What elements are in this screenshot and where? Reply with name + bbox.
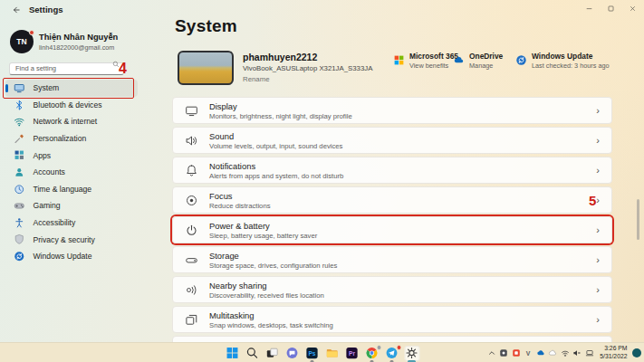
settings-row-focus[interactable]: FocusReduce distractions› <box>172 186 612 214</box>
personalization-icon <box>14 133 25 145</box>
row-subtitle: Volume levels, output, input, sound devi… <box>209 142 342 150</box>
display-icon <box>185 104 198 118</box>
power-icon <box>185 224 198 237</box>
settings-row-storage[interactable]: StorageStorage space, drives, configurat… <box>172 246 612 273</box>
page-title: System <box>175 16 237 36</box>
settings-row-notifications[interactable]: NotificationsAlerts from apps and system… <box>172 157 612 184</box>
sidebar-item-windows-update[interactable]: Windows Update <box>5 248 138 265</box>
start-icon <box>226 347 239 359</box>
sidebar-item-time-language[interactable]: Time & language <box>5 181 138 198</box>
card-subtitle: Last checked: 3 hours ago <box>532 62 610 70</box>
row-subtitle: Alerts from apps and system, do not dist… <box>209 172 343 180</box>
ps-icon: Ps <box>306 347 319 359</box>
taskbar-explorer-button[interactable] <box>324 346 340 361</box>
taskbar-ps-button[interactable]: Ps <box>304 346 320 361</box>
sound-icon <box>185 134 198 148</box>
chat-icon <box>286 347 299 359</box>
sidebar-item-gaming[interactable]: Gaming <box>5 197 138 214</box>
tray-v-icon[interactable]: V <box>524 348 533 357</box>
tray-dark-icon[interactable] <box>499 348 508 357</box>
tray-laptop-icon[interactable] <box>585 348 594 357</box>
annotation-number-4: 4 <box>119 61 127 77</box>
sidebar-item-privacy-security[interactable]: Privacy & security <box>5 231 138 248</box>
annotation-number-5: 5 <box>589 193 596 208</box>
avatar[interactable]: TN <box>10 30 34 53</box>
chevron-right-icon: › <box>596 255 600 265</box>
row-title: Display <box>209 101 352 111</box>
row-title: Notifications <box>209 161 343 171</box>
sidebar-item-bluetooth-devices[interactable]: Bluetooth & devices <box>5 97 138 114</box>
tray-orange-icon[interactable] <box>512 348 521 357</box>
row-title: Focus <box>209 191 271 201</box>
sidebar-item-accessibility[interactable]: Accessibility <box>5 214 138 232</box>
taskbar-tb-search-button[interactable] <box>245 346 260 361</box>
sidebar-item-network-internet[interactable]: Network & internet <box>5 113 138 130</box>
sidebar-item-label: Privacy & security <box>34 235 95 244</box>
taskbar-clock[interactable]: 3:26 PM 5/31/2022 <box>600 345 627 361</box>
card-title: Windows Update <box>532 52 592 61</box>
taskbar-start-button[interactable] <box>225 346 240 361</box>
taskbar-pr-button[interactable]: Pr <box>344 346 360 361</box>
chevron-right-icon: › <box>596 166 600 176</box>
card-subtitle[interactable]: View benefits <box>409 62 448 70</box>
svg-text:Pr: Pr <box>349 350 355 357</box>
row-subtitle: Storage space, drives, configuration rul… <box>209 262 337 270</box>
sidebar-item-label: Gaming <box>34 201 61 210</box>
sidebar-item-apps[interactable]: Apps <box>5 147 138 164</box>
row-subtitle: Sleep, battery usage, battery saver <box>209 232 317 240</box>
chevron-right-icon: › <box>596 285 600 295</box>
tray-cloud-icon[interactable] <box>548 348 557 357</box>
profile-name: Thiện Nhân Nguyễn <box>39 33 118 42</box>
settings-row-power-battery[interactable]: Power & batterySleep, battery usage, bat… <box>172 216 612 243</box>
pr-icon: Pr <box>346 347 359 359</box>
tray-wifi-icon[interactable] <box>561 348 570 357</box>
settings-row-display[interactable]: DisplayMonitors, brightness, night light… <box>172 97 612 124</box>
taskbar-chat-button[interactable] <box>284 346 300 361</box>
sidebar-item-label: Accounts <box>34 167 65 176</box>
settings-window: Settings TN Thiện Nhân Nguyễn linh418220… <box>0 0 644 362</box>
card-subtitle[interactable]: Manage <box>469 62 493 70</box>
taskbar-gear-button[interactable] <box>404 346 419 361</box>
taskbar-telegram-button[interactable] <box>384 346 399 361</box>
tray-up-icon[interactable] <box>487 348 496 357</box>
settings-row-sound[interactable]: SoundVolume levels, output, input, sound… <box>172 127 612 154</box>
notification-badge[interactable] <box>632 348 641 357</box>
microsoft-365-icon <box>393 54 405 66</box>
search-input[interactable] <box>9 62 124 75</box>
taskbar: PsPr V 3:26 PM 5/31/2022 <box>0 342 644 362</box>
nearby-icon <box>185 283 198 297</box>
sidebar-item-accounts[interactable]: Accounts <box>5 164 138 181</box>
back-icon[interactable] <box>12 5 21 14</box>
onedrive-icon <box>453 54 465 66</box>
row-subtitle: Monitors, brightness, night light, displ… <box>209 112 352 120</box>
apps-icon <box>14 149 25 161</box>
multitask-icon <box>185 313 198 327</box>
row-subtitle: Reduce distractions <box>209 202 271 210</box>
row-subtitle: Discoverability, received files location <box>209 291 324 300</box>
sidebar-item-label: Apps <box>34 151 52 160</box>
tray-vol-icon[interactable] <box>572 348 582 357</box>
taskbar-taskview-button[interactable] <box>264 346 280 361</box>
sidebar-item-label: Network & internet <box>34 117 98 126</box>
sidebar-item-label: Personalization <box>34 134 87 143</box>
svg-text:Ps: Ps <box>308 350 315 357</box>
chevron-right-icon: › <box>596 106 600 116</box>
status-dot <box>29 30 34 35</box>
scrollbar[interactable] <box>637 199 639 240</box>
settings-row-multitasking[interactable]: MultitaskingSnap windows, desktops, task… <box>172 306 612 333</box>
tray-cloud-blue-icon[interactable] <box>536 348 545 357</box>
focus-icon <box>185 194 198 207</box>
settings-row-nearby-sharing[interactable]: Nearby sharingDiscoverability, received … <box>172 276 612 303</box>
minimize-icon[interactable] <box>585 5 593 13</box>
row-subtitle: Snap windows, desktops, task switching <box>209 321 333 329</box>
sidebar-item-personalization[interactable]: Personalization <box>5 130 138 148</box>
bluetooth-icon <box>14 100 25 111</box>
system-icon <box>14 82 25 94</box>
maximize-icon[interactable] <box>607 5 615 13</box>
close-icon[interactable] <box>629 5 637 13</box>
sidebar-item-system[interactable]: System <box>5 80 138 97</box>
taskbar-chrome-button[interactable] <box>364 346 380 361</box>
card-title: OneDrive <box>469 52 503 61</box>
window-controls <box>585 5 637 13</box>
rename-button[interactable]: Rename <box>243 75 269 83</box>
